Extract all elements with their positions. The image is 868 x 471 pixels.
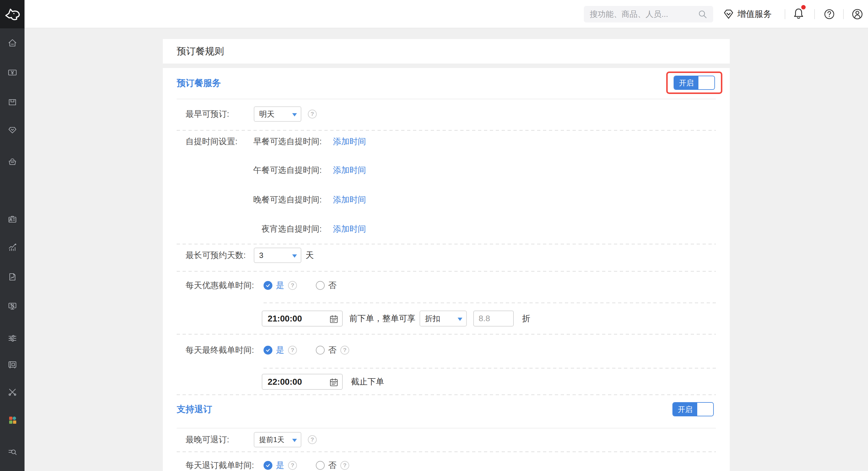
basket-icon (7, 156, 18, 167)
avatar-icon (851, 8, 864, 21)
final-cutoff-time-value: 22:00:00 (268, 377, 302, 387)
discount-cutoff-time-input[interactable]: 21:00:00 (262, 311, 343, 326)
sidebar-item-membership[interactable] (0, 121, 25, 139)
account-button[interactable] (851, 8, 864, 22)
final-cutoff-no-radio[interactable] (316, 346, 325, 354)
help-tip-icon[interactable] (308, 109, 317, 119)
latest-cancel-select[interactable]: 提前1天 (254, 432, 301, 447)
final-after-text: 截止下单 (351, 376, 384, 387)
notifications-button[interactable] (792, 7, 805, 22)
calendar-icon[interactable] (329, 378, 339, 388)
sidebar-item-reports[interactable] (0, 268, 25, 286)
add-time-link-lunch[interactable]: 添加时间 (333, 165, 366, 176)
row-divider (264, 303, 716, 303)
days-unit: 天 (306, 250, 314, 261)
final-cutoff-yes-radio[interactable] (264, 346, 272, 354)
app-logo[interactable] (0, 0, 25, 28)
home-icon (7, 37, 18, 48)
global-search[interactable] (584, 6, 713, 23)
discount-cutoff-yes-label[interactable]: 是 (276, 280, 284, 291)
banknote-icon (7, 67, 18, 78)
sidebar-item-home[interactable] (0, 33, 25, 52)
help-tip-icon[interactable] (340, 346, 349, 354)
final-cutoff-no-label[interactable]: 否 (328, 345, 337, 356)
lunch-pickup-label: 午餐可选自提时间: (186, 165, 322, 176)
help-button[interactable] (823, 8, 836, 21)
help-tip-icon[interactable] (288, 461, 297, 470)
header-divider (814, 9, 815, 19)
cancel-cutoff-yes-label[interactable]: 是 (276, 460, 284, 471)
discount-type-select[interactable]: 折扣 (420, 311, 467, 326)
max-booking-days-select[interactable]: 3 (254, 248, 301, 263)
sliders-icon (7, 333, 18, 344)
notification-dot (801, 5, 806, 9)
id-card-icon (7, 214, 18, 225)
cancel-cutoff-no-label[interactable]: 否 (328, 460, 337, 471)
final-cutoff-time-input[interactable]: 22:00:00 (262, 374, 343, 390)
discount-amount-input[interactable]: 8.8 (473, 311, 514, 326)
value-added-services-button[interactable]: 增值服务 (723, 7, 772, 21)
add-time-link-dinner[interactable]: 添加时间 (333, 194, 366, 206)
final-cutoff-yes-label[interactable]: 是 (276, 345, 284, 356)
add-time-link-late-night[interactable]: 添加时间 (333, 223, 366, 234)
cancel-cutoff-yes-radio[interactable] (264, 461, 272, 470)
search-icon[interactable] (698, 9, 707, 19)
earliest-booking-select[interactable]: 明天 (254, 106, 301, 122)
row-divider (177, 271, 716, 272)
cancel-cutoff-no-radio[interactable] (316, 461, 325, 470)
refund-support-heading: 支持退订 (177, 403, 212, 415)
section-divider (177, 99, 716, 99)
max-booking-days-label: 最长可预约天数: (186, 250, 254, 261)
breakfast-pickup-label: 早餐可选自提时间: (186, 136, 322, 147)
discount-cutoff-time-value: 21:00:00 (268, 314, 302, 323)
help-tip-icon[interactable] (288, 346, 297, 354)
sidebar-item-settings[interactable] (0, 329, 25, 348)
package-icon (7, 97, 18, 107)
sidebar-item-finance[interactable] (0, 63, 25, 82)
apps-grid-icon (7, 414, 18, 425)
help-tip-icon[interactable] (308, 435, 317, 444)
dinner-pickup-label: 晚餐可选自提时间: (186, 194, 322, 206)
sidebar-item-safebox[interactable] (0, 355, 25, 374)
refund-support-toggle[interactable]: 开启 (673, 402, 714, 416)
discount-type-value: 折扣 (425, 314, 440, 324)
help-tip-icon[interactable] (340, 461, 349, 470)
calendar-icon[interactable] (329, 314, 339, 325)
sidebar-item-staff[interactable] (0, 210, 25, 229)
discount-cutoff-no-label[interactable]: 否 (328, 280, 337, 291)
discount-cutoff-no-radio[interactable] (316, 281, 325, 290)
discount-amount-value: 8.8 (478, 314, 490, 323)
card-body: 预订餐服务 开启 最早可预订: 明天 自提时间设置: 早餐可选自提时间: 添加时… (163, 68, 730, 471)
discount-cutoff-yes-radio[interactable] (264, 281, 272, 290)
sidebar-item-products[interactable] (0, 93, 25, 112)
sidebar-item-cashier[interactable] (0, 152, 25, 171)
add-time-link-breakfast[interactable]: 添加时间 (333, 136, 366, 147)
chevron-down-icon (458, 318, 462, 321)
sidebar-item-marketing[interactable] (0, 297, 25, 316)
row-divider (264, 368, 716, 369)
help-icon (823, 8, 836, 21)
max-booking-days-value: 3 (259, 251, 263, 260)
row-divider (177, 395, 716, 395)
toggle-on-label: 开启 (673, 403, 697, 416)
sidebar-item-design-tools[interactable] (0, 382, 25, 401)
sidebar-item-menu-search[interactable] (0, 442, 25, 461)
check-icon (265, 347, 271, 353)
vas-label: 增值服务 (737, 8, 772, 20)
earliest-booking-label: 最早可预订: (186, 108, 254, 120)
sidebar-item-analytics[interactable] (0, 238, 25, 257)
chevron-down-icon (292, 254, 297, 258)
check-icon (265, 282, 271, 288)
membership-diamond-icon (7, 125, 18, 135)
vip-diamond-icon (723, 8, 735, 20)
row-divider (177, 130, 716, 131)
highlight-box: 开启 (666, 71, 722, 94)
toggle-knob (699, 76, 714, 89)
booking-service-toggle[interactable]: 开启 (674, 76, 715, 90)
report-icon (7, 272, 18, 282)
help-tip-icon[interactable] (288, 281, 297, 290)
sidebar-item-apps[interactable] (0, 410, 25, 429)
chevron-down-icon (292, 439, 297, 442)
search-input[interactable] (590, 10, 698, 19)
brand-animal-logo (4, 6, 21, 23)
